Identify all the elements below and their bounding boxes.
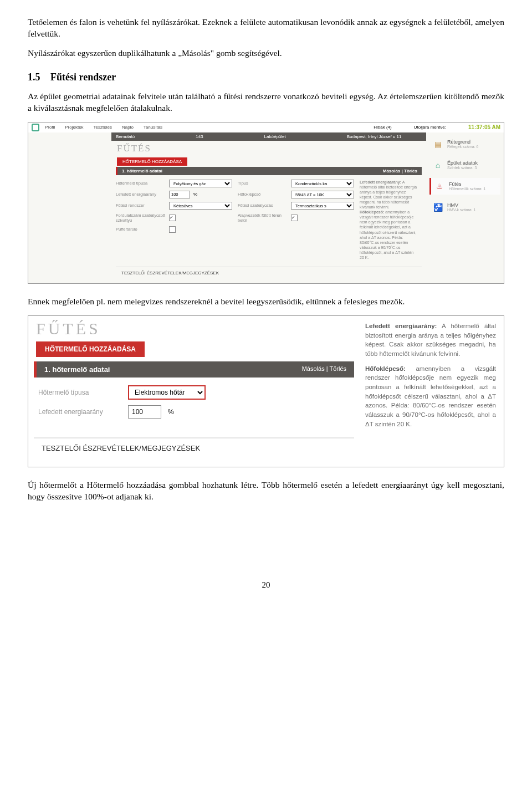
project-name: Bemutató <box>116 134 135 139</box>
lbl-energy: Lefedett energiaarány <box>116 192 166 197</box>
page-number: 20 <box>28 580 504 590</box>
project-num: 143 <box>196 134 203 139</box>
nav-tanusitas[interactable]: Tanúsítás <box>144 125 162 130</box>
saved-label: Utoljára mentve: <box>414 125 446 130</box>
heading-number: 1.5 <box>28 72 40 83</box>
info-panel: Lefedett energiaarány: A hőtermelő által… <box>360 180 422 261</box>
project-type: Lakóépület <box>264 134 286 139</box>
pump-checkbox[interactable]: ✓ <box>169 215 176 221</box>
app-screenshot-2: FŰTÉS HŐTERMELŐ HOZZÁADÁSA 1. hőtermelő … <box>28 315 504 467</box>
paragraph-1: Tetőelemen és falon is vehetünk fel nyíl… <box>28 17 504 40</box>
errors-link[interactable]: Hibák (4) <box>374 125 391 130</box>
heater-header-2: 1. hőtermelő adatai Másolás | Törlés <box>34 361 354 378</box>
saved-time: 11:37:05 AM <box>468 124 500 130</box>
lbl-hofok: Hőfoklépcső <box>238 192 288 197</box>
heating-icon: ♨ <box>433 180 446 192</box>
building-icon: ⌂ <box>432 159 444 171</box>
lbl-energy-2: Lefedett energiaarány <box>38 408 121 416</box>
energy-input[interactable] <box>169 191 190 198</box>
project-bar: Bemutató 143 Lakóépület Budapest, Irínyi… <box>111 132 426 141</box>
heading-text: Fűtési rendszer <box>50 72 116 83</box>
c1-title: Rétegrend <box>447 139 478 145</box>
lbl-system: Fűtési rendszer <box>116 203 166 208</box>
heater-header: 1. hőtermelő adatai Másolás | Törlés <box>116 167 422 175</box>
system-select[interactable]: Kétcsöves <box>169 202 232 210</box>
lbl-tipus: Típus <box>238 181 288 186</box>
tester-notes: TESZTELŐI ÉSZREVÉTELEK/MEGJEGYZÉSEK <box>116 267 422 279</box>
nav-profil[interactable]: Profil <box>45 125 55 130</box>
card-futes[interactable]: ♨FűtésHőtermelők száma: 1 <box>429 178 500 195</box>
szab-select[interactable]: Termosztatikus s <box>291 202 354 210</box>
card-hmv[interactable]: 🚰HMVHMV-k száma: 1 <box>429 199 500 216</box>
info2-head-2: Hőfoklépcső: <box>365 365 406 372</box>
app-screenshot-1: Profil Projektek Tesztelés Napló Tanúsít… <box>28 122 504 284</box>
paragraph-5: Új hőtermelőt a Hőtermelő hozzáadása gom… <box>28 479 504 503</box>
info1-head: Lefedett energiaarány: <box>360 180 401 184</box>
unit-percent: % <box>193 192 197 197</box>
lbl-type: Hőtermelő típusa <box>116 181 166 186</box>
lbl-buffer: Puffertároló <box>116 227 166 232</box>
side-panel: ▤RétegrendRétegek száma: 6 ⌂Épület adato… <box>426 132 504 284</box>
info1-body: A hőtermelő által biztosított energia ar… <box>360 180 417 209</box>
c2-title: Épület adatok <box>447 160 478 166</box>
heater-actions[interactable]: Másolás | Törlés <box>383 169 417 174</box>
app-logo-icon <box>32 124 39 131</box>
c3-title: Fűtés <box>449 181 485 187</box>
c4-title: HMV <box>447 202 475 208</box>
nav-teszteles[interactable]: Tesztelés <box>94 125 112 130</box>
tipus-select[interactable]: Kondenzációs ka <box>291 180 354 187</box>
heater-title-2: 1. hőtermelő adatai <box>44 365 110 374</box>
info2-body: amennyiben a vizsgált rendszer hőfoklépc… <box>360 210 416 259</box>
buffer-checkbox[interactable] <box>169 226 176 233</box>
info-panel-2: Lefedett energiaarány: A hőtermelő által… <box>360 316 504 467</box>
unit-percent-2: % <box>168 408 174 416</box>
layers-icon: ▤ <box>432 138 444 150</box>
paragraph-4: Ennek megfelelően pl. nem melegvizes ren… <box>28 296 504 308</box>
add-heater-button[interactable]: HŐTERMELŐ HOZZÁADÁSA <box>117 157 187 166</box>
heater-type-select-2[interactable]: Elektromos hőtár <box>128 385 206 400</box>
project-addr: Budapest, Irínyi József u 11 <box>347 134 402 139</box>
heater-type-select[interactable]: Folyékony és gáz <box>169 180 232 187</box>
add-heater-button-2[interactable]: HŐTERMELŐ HOZZÁADÁSA <box>36 341 145 357</box>
alap-checkbox[interactable]: ✓ <box>291 215 298 221</box>
c2-sub: Szintek száma: 3 <box>447 166 478 170</box>
top-bar: Profil Projektek Tesztelés Napló Tanúsít… <box>28 123 504 132</box>
section-title: FŰTÉS <box>111 141 426 156</box>
c4-sub: HMV-k száma: 1 <box>447 208 475 212</box>
tap-icon: 🚰 <box>432 201 444 213</box>
heater-actions-2[interactable]: Másolás | Törlés <box>302 365 346 374</box>
lbl-type-2: Hőtermelő típusa <box>38 389 121 396</box>
nav-naplo[interactable]: Napló <box>122 125 134 130</box>
energy-input-2[interactable] <box>128 405 161 419</box>
paragraph-3: Az épület geometriai adatainak felvitele… <box>28 91 504 114</box>
info2-head: Hőfoklépcső: <box>360 210 384 214</box>
lbl-pump: Fordulatszám szabályozott szivattyú <box>116 213 166 223</box>
tester-notes-2: TESZTELŐI ÉSZREVÉTELEK/MEGJEGYZÉSEK <box>34 437 354 467</box>
card-epulet[interactable]: ⌂Épület adatokSzintek száma: 3 <box>429 157 500 174</box>
nav-projektek[interactable]: Projektek <box>65 125 83 130</box>
info2-body-2: amennyiben a vizsgált rendszer hőfoklépc… <box>365 365 496 427</box>
lbl-szab: Fűtési szabályozás <box>238 203 288 208</box>
heater-title: 1. hőtermelő adatai <box>122 169 162 174</box>
hofok-select[interactable]: 55/45 ΔT = 10K <box>291 191 354 198</box>
c1-sub: Rétegek száma: 6 <box>447 145 478 149</box>
top-nav: Profil Projektek Tesztelés Napló Tanúsít… <box>45 125 162 130</box>
c3-sub: Hőtermelők száma: 1 <box>449 187 485 191</box>
section-heading: 1.5 Fűtési rendszer <box>28 72 504 83</box>
section-title-2: FŰTÉS <box>28 316 360 339</box>
paragraph-2: Nyílászárókat egyszerűen duplikálhatunk … <box>28 48 504 59</box>
lbl-alap: Alapvezeték fűtött téren belül <box>238 213 288 223</box>
card-retegrend[interactable]: ▤RétegrendRétegek száma: 6 <box>429 136 500 152</box>
info1-head-2: Lefedett energiaarány: <box>365 323 437 329</box>
